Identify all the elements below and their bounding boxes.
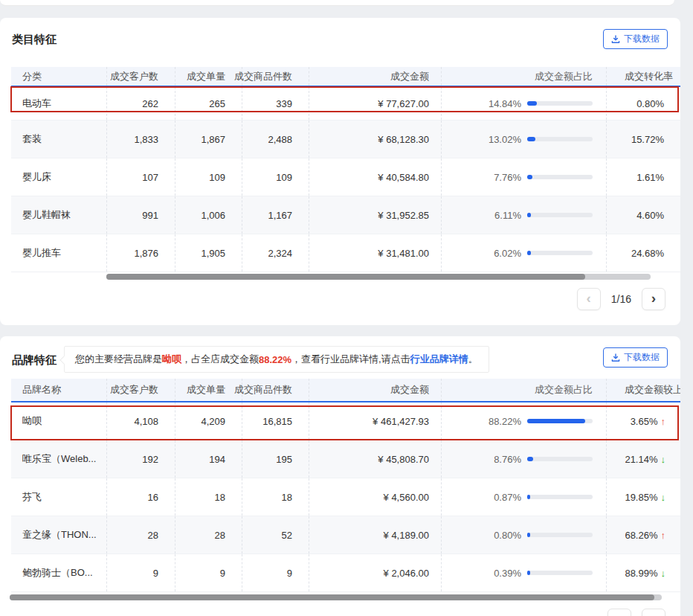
- share-bar: [527, 419, 593, 423]
- trend-arrow-icon: ↑: [661, 416, 666, 427]
- brand-table-header: 品牌名称 成交客户数 成交单量 成交商品件数 成交金额 成交金额占比 成交金额较…: [11, 379, 680, 402]
- category-section-title: 类目特征: [12, 33, 57, 47]
- notice-text: ，占全店成交金额: [181, 353, 259, 366]
- page-indicator: 1/16: [611, 293, 631, 305]
- share-percent: 14.84%: [489, 98, 521, 109]
- share-bar: [527, 101, 593, 106]
- download-label: 下载数据: [624, 33, 660, 45]
- cell-orders: 9: [175, 554, 242, 591]
- cell-customers: 9: [106, 554, 175, 591]
- table-row: 唯乐宝（Weleb... 192 194 195 ¥ 45,808.70 8.7…: [11, 440, 680, 478]
- cell-orders: 265: [175, 87, 242, 120]
- cell-orders: 194: [175, 440, 242, 478]
- cell-amount-share: 6.02%: [441, 234, 606, 272]
- download-icon: [611, 353, 620, 362]
- brand-table: 品牌名称 成交客户数 成交单量 成交商品件数 成交金额 成交金额占比 成交金额较…: [11, 379, 680, 592]
- scrollbar-thumb[interactable]: [10, 594, 654, 600]
- change-percent: 19.85%: [625, 492, 657, 503]
- cell-conversion: 1.61%: [606, 158, 680, 196]
- brand-notice-bubble: 您的主要经营品牌是 呦呗，占全店成交金额 88.22%，查看行业品牌详情,请点击…: [64, 346, 489, 373]
- cell-items: 1,167: [242, 196, 309, 234]
- brand-feature-card: 品牌特征 您的主要经营品牌是 呦呗，占全店成交金额 88.22%，查看行业品牌详…: [0, 336, 680, 616]
- cell-amount-share: 0.80%: [441, 516, 606, 554]
- share-bar: [527, 213, 593, 217]
- cell-orders: 4,209: [175, 402, 242, 440]
- col-brand-name: 品牌名称: [11, 379, 106, 401]
- category-table-body: 电动车 262 265 339 ¥ 77,627.00 14.84% 0.80%…: [11, 87, 680, 272]
- col-customers: 成交客户数: [106, 379, 175, 401]
- col-conversion: 成交转化率: [606, 67, 680, 86]
- horizontal-scrollbar[interactable]: [106, 274, 651, 280]
- chevron-left-icon: ‹: [587, 290, 591, 307]
- cell-customers: 4,108: [106, 402, 175, 440]
- scrollbar-thumb[interactable]: [106, 274, 585, 280]
- table-row: 婴儿推车 1,876 1,905 2,324 ¥ 31,481.00 6.02%…: [11, 234, 680, 272]
- share-bar: [527, 137, 593, 141]
- cell-items: 52: [242, 516, 309, 554]
- previous-card-bottom-edge: [0, 0, 674, 6]
- prev-page-button[interactable]: ‹: [577, 288, 601, 310]
- share-percent: 13.02%: [489, 134, 521, 145]
- category-feature-card: 类目特征 下载数据 分类 成交客户数 成交单量 成交商品件数 成交金额 成交金额…: [0, 18, 680, 325]
- col-orders: 成交单量: [175, 379, 242, 401]
- cell-orders: 28: [175, 516, 242, 554]
- col-customers: 成交客户数: [106, 67, 175, 86]
- cell-brand-name: 呦呗: [11, 402, 106, 440]
- cell-amount-share: 0.39%: [441, 554, 606, 591]
- download-icon: [611, 35, 620, 44]
- cell-items: 18: [242, 478, 309, 516]
- cell-brand-name: 芬飞: [11, 478, 106, 516]
- cell-category-name: 婴儿鞋帽袜: [11, 196, 106, 234]
- change-percent: 68.26%: [625, 530, 657, 541]
- cell-customers: 1,833: [106, 121, 175, 158]
- cell-customers: 192: [106, 440, 175, 478]
- cell-amount-share: 8.76%: [441, 440, 606, 478]
- share-bar: [527, 457, 593, 461]
- cell-amount-share: 88.22%: [441, 402, 606, 440]
- brand-download-button[interactable]: 下载数据: [603, 347, 668, 368]
- share-percent: 0.80%: [494, 530, 521, 541]
- cell-amount: ¥ 77,627.00: [309, 87, 441, 120]
- share-bar: [527, 251, 593, 255]
- cell-brand-name: 童之缘（THON...: [11, 516, 106, 554]
- cell-amount: ¥ 4,189.00: [309, 516, 441, 554]
- share-percent: 88.22%: [489, 416, 521, 427]
- cell-items: 2,324: [242, 234, 309, 272]
- table-row: 芬飞 16 18 18 ¥ 4,560.00 0.87% 19.85% ↓: [11, 478, 680, 516]
- cell-items: 109: [242, 158, 309, 196]
- share-percent: 0.39%: [494, 568, 521, 579]
- table-row: 套装 1,833 1,867 2,488 ¥ 68,128.30 13.02% …: [11, 120, 680, 158]
- cell-items: 2,488: [242, 121, 309, 158]
- notice-share-percent: 88.22%: [259, 354, 291, 365]
- cell-brand-name: 鲍勃骑士（BO...: [11, 554, 106, 591]
- trend-arrow-icon: ↑: [661, 530, 666, 541]
- cell-customers: 16: [106, 478, 175, 516]
- industry-brand-detail-link[interactable]: 行业品牌详情: [410, 353, 468, 366]
- cell-orders: 1,006: [175, 196, 242, 234]
- horizontal-scrollbar[interactable]: [10, 594, 662, 600]
- cell-orders: 1,905: [175, 234, 242, 272]
- cell-amount: ¥ 40,584.80: [309, 158, 441, 196]
- trend-arrow-icon: ↓: [661, 568, 666, 579]
- table-row: 呦呗 4,108 4,209 16,815 ¥ 461,427.93 88.22…: [11, 402, 680, 440]
- col-amount-share: 成交金额占比: [441, 379, 606, 401]
- share-percent: 0.87%: [494, 492, 521, 503]
- table-row: 婴儿鞋帽袜 991 1,006 1,167 ¥ 31,952.85 6.11% …: [11, 196, 680, 234]
- cell-conversion: 15.72%: [606, 121, 680, 158]
- cell-amount-change: 19.85% ↓: [606, 478, 680, 516]
- col-items: 成交商品件数: [242, 379, 309, 401]
- cell-amount: ¥ 31,952.85: [309, 196, 441, 234]
- cell-customers: 262: [106, 87, 175, 120]
- cell-conversion: 4.60%: [606, 196, 680, 234]
- notice-text: ，查看行业品牌详情,请点击: [291, 353, 410, 366]
- bubble-notch: [59, 356, 68, 364]
- table-row: 婴儿床 107 109 109 ¥ 40,584.80 7.76% 1.61%: [11, 158, 680, 196]
- cell-category-name: 婴儿推车: [11, 234, 106, 272]
- prev-page-button[interactable]: ‹: [607, 609, 631, 616]
- category-download-button[interactable]: 下载数据: [603, 29, 668, 49]
- next-page-button[interactable]: ›: [642, 609, 665, 616]
- next-page-button[interactable]: ›: [642, 288, 665, 310]
- cell-orders: 109: [175, 158, 242, 196]
- share-bar: [527, 571, 593, 575]
- cell-customers: 991: [106, 196, 175, 234]
